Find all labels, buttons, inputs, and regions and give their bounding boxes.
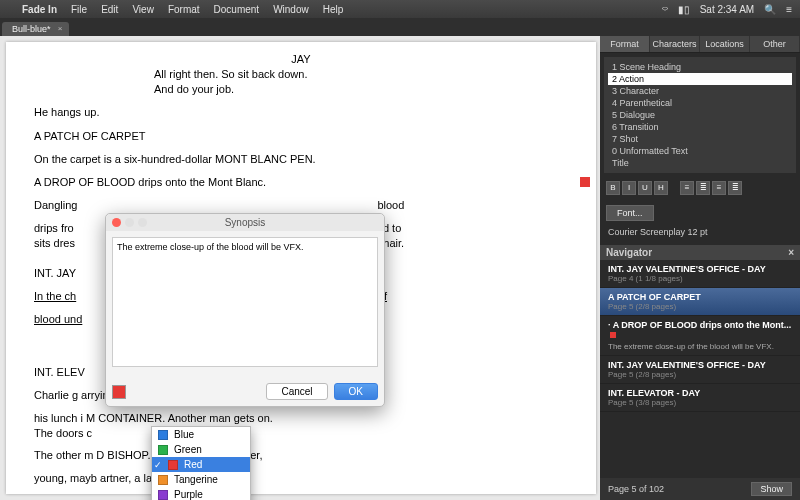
menu-extra-icon[interactable]: ≡ [786, 4, 792, 15]
navigator-footer: Page 5 of 102 Show [600, 478, 800, 500]
cancel-button[interactable]: Cancel [266, 383, 327, 400]
document-tabbar: Bull-blue* × [0, 18, 800, 36]
close-icon[interactable]: × [58, 24, 63, 33]
menu-help[interactable]: Help [323, 4, 344, 15]
clock[interactable]: Sat 2:34 AM [700, 4, 754, 15]
dialogue-line: All right then. So sit back down. [34, 67, 568, 82]
show-button[interactable]: Show [751, 482, 792, 496]
color-option-purple[interactable]: Purple [152, 487, 250, 500]
underline-icon[interactable]: U [638, 181, 652, 195]
highlight-icon[interactable]: H [654, 181, 668, 195]
navigator-list[interactable]: INT. JAY VALENTINE'S OFFICE - DAY Page 4… [600, 260, 800, 478]
right-panel: Format Characters Locations Other 1 Scen… [600, 36, 800, 500]
minimize-window-icon [125, 218, 134, 227]
navigator-title: Navigator [606, 247, 652, 258]
menu-format[interactable]: Format [168, 4, 200, 15]
element-transition[interactable]: 6 Transition [608, 121, 792, 133]
action-line: Danglingblood [34, 198, 568, 213]
tab-label: Bull-blue* [12, 24, 51, 34]
menu-window[interactable]: Window [273, 4, 309, 15]
dialogue-line: And do your job. [34, 82, 568, 97]
element-dialogue[interactable]: 5 Dialogue [608, 109, 792, 121]
element-character[interactable]: 3 Character [608, 85, 792, 97]
format-icons: B I U H ≡ ≣ ≡ ≣ [600, 177, 800, 199]
align-justify-icon[interactable]: ≣ [728, 181, 742, 195]
app-name[interactable]: Fade In [22, 4, 57, 15]
color-picker-button[interactable] [112, 385, 126, 399]
action-line: The doors c [34, 426, 568, 441]
close-window-icon[interactable] [112, 218, 121, 227]
nav-item[interactable]: INT. JAY VALENTINE'S OFFICE - DAY Page 4… [600, 260, 800, 288]
action-line: He hangs up. [34, 105, 568, 120]
action-line: The other m D BISHOP. He looks like a la… [34, 448, 568, 463]
editor-area: JAY All right then. So sit back down. An… [0, 36, 600, 500]
tab-other[interactable]: Other [750, 36, 800, 52]
tab-format[interactable]: Format [600, 36, 650, 52]
color-dropdown: Blue Green ✓Red Tangerine Purple Cyan Ma… [151, 426, 251, 500]
color-option-red[interactable]: ✓Red [152, 457, 250, 472]
font-label: Courier Screenplay 12 pt [600, 227, 800, 245]
nav-item[interactable]: INT. JAY VALENTINE'S OFFICE - DAY Page 5… [600, 356, 800, 384]
action-line: his lunch i M CONTAINER. Another man get… [34, 411, 568, 426]
element-parenthetical[interactable]: 4 Parenthetical [608, 97, 792, 109]
revision-marker-icon [610, 332, 616, 338]
page-count-label: Page 5 of 102 [608, 484, 664, 494]
panel-tabs: Format Characters Locations Other [600, 36, 800, 53]
element-title[interactable]: Title [608, 157, 792, 169]
menu-view[interactable]: View [132, 4, 154, 15]
nav-item[interactable]: INT. ELEVATOR - DAY Page 5 (3/8 pages) [600, 384, 800, 412]
dialog-titlebar[interactable]: Synopsis [106, 214, 384, 231]
tab-characters[interactable]: Characters [650, 36, 700, 52]
navigator-header: Navigator × [600, 245, 800, 260]
font-button[interactable]: Font... [606, 205, 654, 221]
tab-locations[interactable]: Locations [700, 36, 750, 52]
color-option-tangerine[interactable]: Tangerine [152, 472, 250, 487]
nav-item[interactable]: · A DROP OF BLOOD drips onto the Mont...… [600, 316, 800, 356]
element-action[interactable]: 2 Action [608, 73, 792, 85]
search-icon[interactable]: 🔍 [764, 4, 776, 15]
element-list: 1 Scene Heading 2 Action 3 Character 4 P… [604, 57, 796, 173]
italic-icon[interactable]: I [622, 181, 636, 195]
synopsis-textarea[interactable] [112, 237, 378, 367]
element-shot[interactable]: 7 Shot [608, 133, 792, 145]
nav-item[interactable]: A PATCH OF CARPET Page 5 (2/8 pages) [600, 288, 800, 316]
action-line: A DROP OF BLOOD drips onto the Mont Blan… [34, 175, 568, 190]
element-unformatted[interactable]: 0 Unformatted Text [608, 145, 792, 157]
character-cue: JAY [34, 52, 568, 67]
battery-icon[interactable]: ▮▯ [678, 4, 690, 15]
align-left-icon[interactable]: ≡ [680, 181, 694, 195]
wifi-icon[interactable]: ⌔ [662, 4, 668, 15]
document-tab[interactable]: Bull-blue* × [2, 22, 69, 36]
menu-file[interactable]: File [71, 4, 87, 15]
revision-marker[interactable] [580, 177, 590, 187]
ok-button[interactable]: OK [334, 383, 378, 400]
align-right-icon[interactable]: ≡ [712, 181, 726, 195]
dialog-title-label: Synopsis [225, 217, 266, 228]
menu-edit[interactable]: Edit [101, 4, 118, 15]
synopsis-dialog: Synopsis Cancel OK [105, 213, 385, 407]
element-scene-heading[interactable]: 1 Scene Heading [608, 61, 792, 73]
zoom-window-icon [138, 218, 147, 227]
align-center-icon[interactable]: ≣ [696, 181, 710, 195]
color-option-blue[interactable]: Blue [152, 427, 250, 442]
menu-document[interactable]: Document [214, 4, 260, 15]
action-line: On the carpet is a six-hundred-dollar MO… [34, 152, 568, 167]
navigator-close-icon[interactable]: × [788, 247, 794, 258]
menubar: Fade In File Edit View Format Document W… [0, 0, 800, 18]
color-option-green[interactable]: Green [152, 442, 250, 457]
action-line: young, mayb artner, a ladder-climber. [34, 471, 568, 486]
scene-heading: A PATCH OF CARPET [34, 129, 568, 144]
bold-icon[interactable]: B [606, 181, 620, 195]
